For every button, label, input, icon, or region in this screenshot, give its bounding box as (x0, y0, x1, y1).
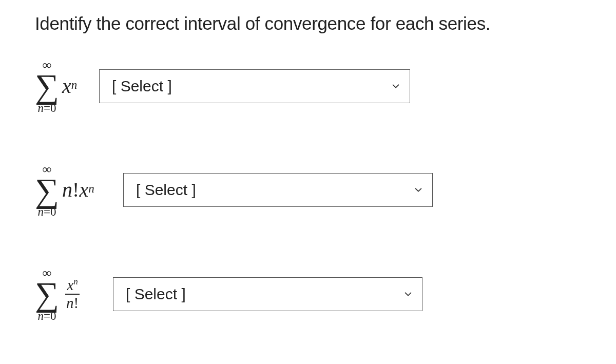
series-term: n!xn (62, 180, 94, 200)
series-term: xn n! (65, 277, 80, 312)
series-row: ∞ ∑ n=0 xn n! [ Select ] (35, 266, 581, 322)
question-container: Identify the correct interval of converg… (0, 0, 616, 327)
fraction-numerator: xn (66, 277, 79, 294)
chevron-down-icon (414, 185, 423, 195)
interval-select[interactable]: [ Select ] (123, 173, 433, 207)
sigma-symbol: ∑ (35, 281, 59, 307)
fraction-denominator: n! (65, 295, 80, 312)
sigma-notation: ∞ ∑ n=0 (35, 59, 59, 114)
interval-select[interactable]: [ Select ] (113, 277, 422, 311)
series-row: ∞ ∑ n=0 xn [ Select ] (35, 59, 581, 114)
select-placeholder: [ Select ] (126, 285, 186, 303)
sigma-symbol: ∑ (35, 73, 59, 99)
sigma-symbol: ∑ (35, 178, 59, 203)
series-expression: ∞ ∑ n=0 n!xn (35, 163, 117, 218)
sum-lower-limit: n=0 (38, 102, 56, 114)
chevron-down-icon (391, 82, 400, 91)
chevron-down-icon (403, 290, 413, 299)
select-placeholder: [ Select ] (136, 181, 196, 199)
select-placeholder: [ Select ] (112, 78, 172, 95)
question-prompt: Identify the correct interval of converg… (35, 13, 581, 34)
sum-lower-limit: n=0 (38, 206, 56, 218)
series-row: ∞ ∑ n=0 n!xn [ Select ] (35, 163, 581, 218)
sum-lower-limit: n=0 (38, 310, 56, 322)
series-expression: ∞ ∑ n=0 xn (35, 59, 93, 114)
sigma-notation: ∞ ∑ n=0 (35, 163, 59, 218)
series-expression: ∞ ∑ n=0 xn n! (35, 266, 114, 322)
interval-select[interactable]: [ Select ] (99, 69, 410, 103)
series-term: xn (62, 76, 77, 97)
sigma-notation: ∞ ∑ n=0 (35, 266, 59, 322)
